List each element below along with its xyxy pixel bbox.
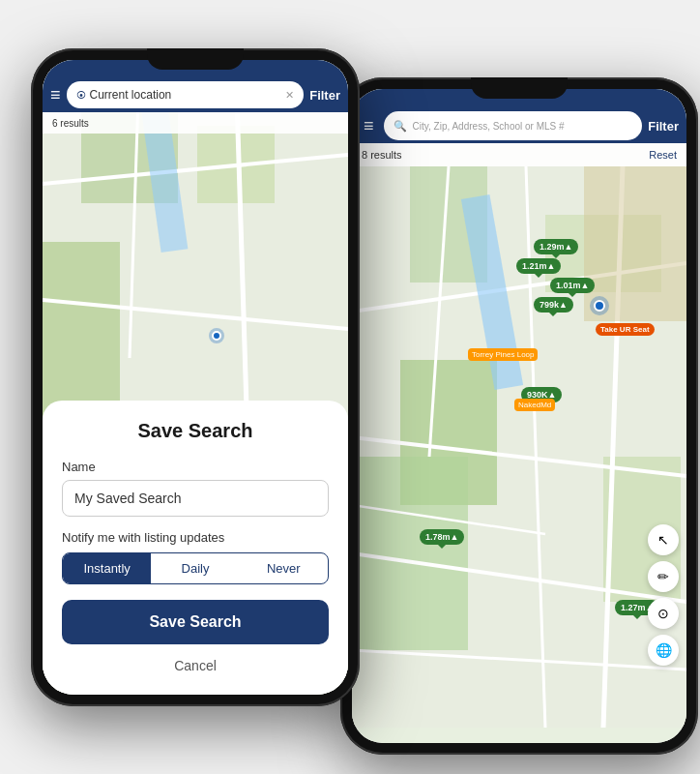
front-screen: ≡ ⦿ Current location ✕ Filter 6 results … xyxy=(43,60,348,695)
notify-never[interactable]: Never xyxy=(240,553,328,583)
save-search-button[interactable]: Save Search xyxy=(62,600,329,644)
front-location-dot xyxy=(212,331,221,341)
notify-label: Notify me with listing updates xyxy=(62,530,329,545)
front-menu-icon[interactable]: ≡ xyxy=(50,85,61,105)
back-map-tools: ↖ ✏ ⊙ 🌐 xyxy=(648,524,679,666)
layers-tool[interactable]: ⊙ xyxy=(648,598,679,629)
notify-daily[interactable]: Daily xyxy=(151,553,239,583)
back-location-dot xyxy=(594,300,605,312)
back-map-screen: ≡ 🔍 City, Zip, Address, School or MLS # … xyxy=(352,89,686,743)
back-results-count: 8 results xyxy=(362,149,402,161)
cancel-button[interactable]: Cancel xyxy=(62,652,329,679)
back-phone: ≡ 🔍 City, Zip, Address, School or MLS # … xyxy=(340,77,698,755)
torrey-pines-marker: Torrey Pines Loop xyxy=(468,348,538,361)
back-filter-button[interactable]: Filter xyxy=(648,119,679,134)
price-marker-4[interactable]: 799k▲ xyxy=(534,297,573,313)
price-marker-2[interactable]: 1.21m▲ xyxy=(516,258,561,274)
back-reset-button[interactable]: Reset xyxy=(649,149,677,161)
front-phone: ≡ ⦿ Current location ✕ Filter 6 results … xyxy=(31,48,360,706)
save-search-modal: Save Search Name Notify me with listing … xyxy=(43,401,348,695)
name-label: Name xyxy=(62,460,329,474)
phones-container: ≡ 🔍 City, Zip, Address, School or MLS # … xyxy=(21,19,679,755)
front-filter-button[interactable]: Filter xyxy=(309,88,340,103)
svg-rect-15 xyxy=(584,166,686,321)
modal-title: Save Search xyxy=(62,420,329,442)
search-icon: 🔍 xyxy=(394,120,407,133)
price-marker-1[interactable]: 1.29m▲ xyxy=(534,239,578,254)
price-marker-6[interactable]: 1.78m▲ xyxy=(420,529,464,545)
front-clear-icon[interactable]: ✕ xyxy=(285,89,294,102)
back-phone-notch xyxy=(471,77,568,99)
back-phone-screen: ≡ 🔍 City, Zip, Address, School or MLS # … xyxy=(352,89,686,743)
globe-tool[interactable]: 🌐 xyxy=(648,635,679,666)
front-location-icon: ⦿ xyxy=(76,90,86,101)
back-search-bar[interactable]: 🔍 City, Zip, Address, School or MLS # xyxy=(384,111,643,140)
price-marker-3[interactable]: 1.01m▲ xyxy=(550,278,595,293)
front-phone-screen: ≡ ⦿ Current location ✕ Filter 6 results … xyxy=(43,60,348,695)
navigate-tool[interactable]: ↖ xyxy=(648,524,679,555)
search-name-input[interactable] xyxy=(62,480,329,517)
back-results-bar: 8 results Reset xyxy=(352,143,686,166)
back-menu-icon[interactable]: ≡ xyxy=(360,112,378,140)
nakedmd-marker: NakedMd xyxy=(514,399,555,411)
draw-tool[interactable]: ✏ xyxy=(648,561,679,592)
front-location-label: Current location xyxy=(90,88,282,102)
front-results-count: 6 results xyxy=(52,118,89,129)
notify-options: Instantly Daily Never xyxy=(62,552,329,584)
svg-rect-3 xyxy=(352,457,468,650)
take-ur-seat-marker[interactable]: Take UR Seat xyxy=(596,323,655,336)
front-search-bar[interactable]: ⦿ Current location ✕ xyxy=(67,81,305,108)
front-results-bar: 6 results xyxy=(43,112,348,134)
front-phone-notch xyxy=(147,48,244,70)
back-search-placeholder: City, Zip, Address, School or MLS # xyxy=(413,121,565,132)
notify-instantly[interactable]: Instantly xyxy=(63,553,151,583)
back-map-svg xyxy=(352,166,686,728)
